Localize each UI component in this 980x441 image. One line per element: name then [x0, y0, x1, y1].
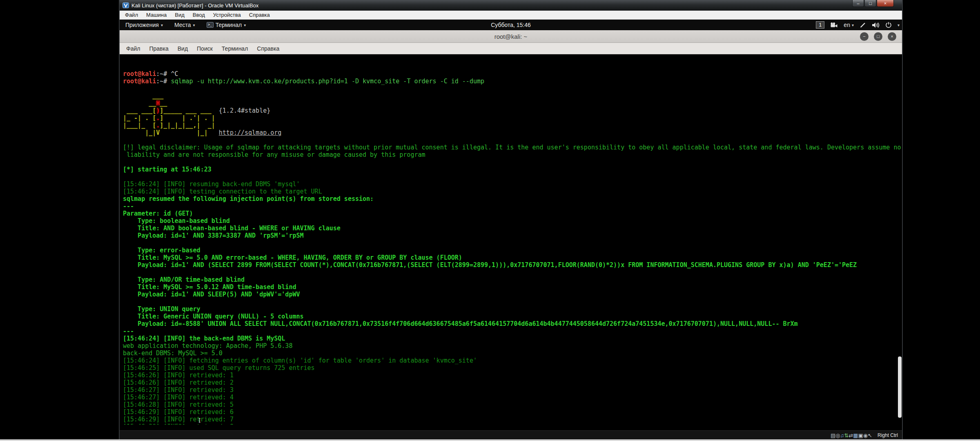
terminal-line: Payload: id=1' AND (SELECT 2899 FROM(SEL… [123, 261, 899, 269]
panel-clock[interactable]: Суббота, 15:46 [491, 22, 531, 28]
terminal-app-menu[interactable]: >_ Терминал ▾ [203, 22, 250, 28]
chevron-down-icon: ▾ [244, 23, 246, 27]
terminal-line: --- [123, 203, 899, 210]
terminal-icon: >_ [207, 22, 214, 28]
terminal-line: root@kali:~# ^C [123, 70, 899, 78]
terminal-line: [15:46:27] [INFO] retrieved: 4 [123, 394, 899, 401]
terminal-minimize-button[interactable]: − [860, 32, 869, 41]
vbox-statusbar: ▤◎♫⇅⇄▦▣◉↖ Right Ctrl [120, 430, 902, 439]
terminal-line [123, 269, 899, 276]
terminal-maximize-button[interactable]: □ [874, 32, 882, 41]
vbox-menubar: ФайлМашинаВидВводУстройстваСправка [120, 11, 902, 20]
shared-folders-icon[interactable]: ▦ [853, 432, 858, 439]
pencil-icon[interactable] [860, 22, 866, 28]
harddisk-icon[interactable]: ▤ [831, 432, 835, 439]
vbox-menubar-item[interactable]: Машина [142, 11, 171, 19]
terminal-menubar-item[interactable]: Вид [173, 43, 192, 54]
audio-icon[interactable]: ♫ [840, 432, 844, 439]
terminal-line: Type: AND/OR time-based blind [123, 276, 899, 283]
terminal-line: [15:46:28] [INFO] retrieved: 5 [123, 401, 899, 408]
kali-top-panel: Приложения ▾ Места ▾ >_ Терминал ▾ Суббо… [120, 20, 902, 30]
terminal-line [123, 298, 899, 305]
terminal-line: |_|V |_| http://sqlmap.org [123, 129, 899, 136]
terminal-line: [15:46:24] [INFO] the back-end DBMS is M… [123, 335, 899, 342]
applications-menu[interactable]: Приложения ▾ [121, 22, 167, 28]
recording-icon[interactable]: ◉ [863, 432, 868, 439]
terminal-line: [15:46:30] [INFO] retrieved: 8 [123, 423, 899, 425]
terminal-line [123, 158, 899, 166]
terminal-line: liability and are not responsible for an… [123, 151, 899, 158]
terminal-line: Payload: id=-8588' UNION ALL SELECT NULL… [123, 320, 899, 327]
terminal-line: |___|_ [.]_|_|_|__,| _| [123, 122, 899, 129]
vbox-menubar-item[interactable]: Устройства [209, 11, 245, 19]
maximize-button[interactable]: □ [864, 0, 876, 7]
terminal-line: Payload: id=1' AND 3387=3387 AND 'rpSM'=… [123, 232, 899, 239]
host-taskbar-edge [0, 439, 980, 441]
terminal-menubar-item[interactable]: Терминал [217, 43, 252, 54]
terminal-line: [15:46:26] [INFO] retrieved: 2 [123, 379, 899, 386]
host-key-label: Right Ctrl [878, 432, 898, 438]
terminal-window-title: root@kali: ~ [494, 33, 528, 40]
virtualbox-logo-icon [122, 2, 129, 9]
terminal-line [123, 173, 899, 180]
terminal-line: root@kali:~# sqlmap -u http://www.kvm.co… [123, 78, 899, 85]
terminal-menubar-item[interactable]: Файл [122, 43, 145, 54]
virtualbox-window: Kali Linux (чистая) [Работает] - Oracle … [119, 0, 903, 439]
keyboard-layout-selector[interactable]: en ▾ [844, 22, 854, 28]
terminal-line: [15:46:24] [INFO] fetching entries of co… [123, 357, 899, 364]
terminal-titlebar[interactable]: root@kali: ~ − □ × [120, 30, 902, 43]
vbox-menubar-item[interactable]: Ввод [189, 11, 209, 19]
vbox-titlebar[interactable]: Kali Linux (чистая) [Работает] - Oracle … [120, 0, 902, 11]
terminal-line: Title: MySQL >= 5.0 AND error-based - WH… [123, 254, 899, 261]
vbox-window-title: Kali Linux (чистая) [Работает] - Oracle … [131, 2, 258, 9]
terminal-line: __H__ [123, 100, 899, 107]
text-cursor: Ι [198, 417, 201, 424]
terminal-menubar: ФайлПравкаВидПоискТерминалСправка [120, 43, 902, 54]
vbox-menubar-item[interactable]: Файл [121, 11, 142, 19]
vbox-menubar-item[interactable]: Вид [171, 11, 189, 19]
terminal-line: Parameter: id (GET) [123, 210, 899, 217]
vbox-menubar-item[interactable]: Справка [245, 11, 274, 19]
terminal-line: web application technology: Apache, PHP … [123, 342, 899, 350]
terminal-line [123, 239, 899, 247]
usb-icon[interactable]: ⇄ [849, 432, 853, 439]
terminal-menubar-item[interactable]: Справка [252, 43, 284, 54]
terminal-line: [!] legal disclaimer: Usage of sqlmap fo… [123, 144, 899, 151]
power-icon[interactable] [885, 22, 892, 28]
terminal-line: ___ [123, 92, 899, 100]
terminal-line: Title: AND boolean-based blind - WHERE o… [123, 225, 899, 232]
terminal-line: |_ -| . [.] | .'| . | [123, 114, 899, 122]
terminal-menubar-item[interactable]: Поиск [192, 43, 217, 54]
terminal-line: [15:46:24] [INFO] testing connection to … [123, 188, 899, 195]
chevron-down-icon: ▾ [852, 23, 854, 27]
chevron-down-icon[interactable]: ▾ [898, 23, 900, 27]
terminal-line: [15:46:24] [INFO] resuming back-end DBMS… [123, 180, 899, 188]
cd-icon[interactable]: ◎ [835, 432, 840, 439]
terminal-line: [15:46:29] [INFO] retrieved: 7 [123, 416, 899, 423]
terminal-line: [*] starting at 15:46:23 [123, 166, 899, 173]
terminal-line: [15:46:26] [INFO] retrieved: 1 [123, 372, 899, 379]
volume-icon[interactable] [872, 22, 880, 28]
mouse-integration-icon[interactable]: ↖ [868, 432, 872, 439]
workspace-indicator[interactable]: 1 [816, 21, 824, 29]
terminal-line: Type: error-based [123, 247, 899, 254]
terminal-line: [15:46:27] [INFO] retrieved: 3 [123, 386, 899, 394]
network-icon[interactable]: ⇅ [844, 432, 849, 439]
terminal-line: [15:46:25] [INFO] used SQL query returns… [123, 364, 899, 372]
terminal-line: [15:46:29] [INFO] retrieved: 6 [123, 408, 899, 416]
terminal-close-button[interactable]: × [888, 32, 896, 41]
terminal-line [123, 136, 899, 144]
terminal-scrollbar-thumb[interactable] [898, 356, 902, 418]
camera-icon[interactable] [830, 22, 838, 28]
terminal-line: --- [123, 327, 899, 335]
close-button[interactable]: × [877, 0, 894, 7]
terminal-line: Type: UNION query [123, 305, 899, 313]
terminal-output[interactable]: root@kali:~# ^Croot@kali:~# sqlmap -u ht… [120, 54, 902, 425]
display-icon[interactable]: ▣ [858, 432, 863, 439]
minimize-button[interactable]: – [852, 0, 864, 7]
chevron-down-icon: ▾ [193, 23, 195, 27]
terminal-line: sqlmap resumed the following injection p… [123, 195, 899, 203]
terminal-menubar-item[interactable]: Правка [145, 43, 173, 54]
terminal-line [123, 85, 899, 92]
places-menu[interactable]: Места ▾ [170, 22, 199, 28]
